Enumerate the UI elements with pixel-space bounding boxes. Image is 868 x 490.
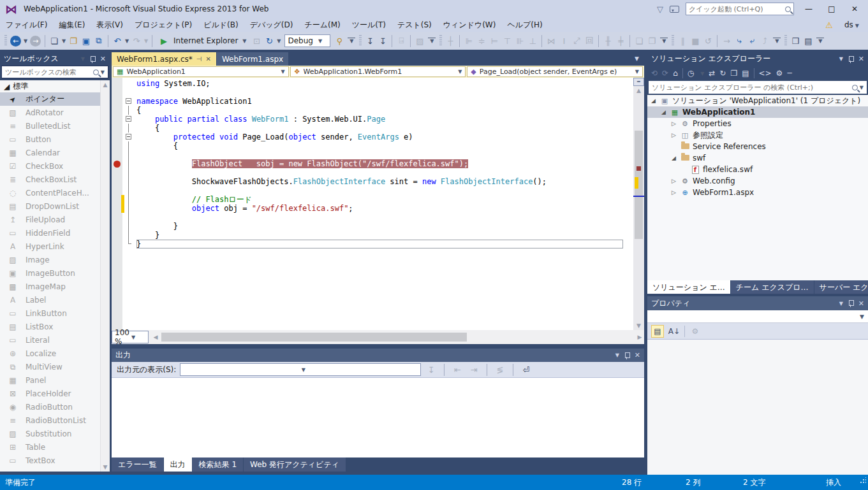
view-code-icon[interactable]: <> xyxy=(759,69,772,78)
pin-icon[interactable] xyxy=(90,55,95,63)
triangle-collapsed-icon[interactable]: ▷ xyxy=(670,189,677,196)
toolbox-item-button[interactable]: ▭Button xyxy=(0,133,100,146)
immediate-window-icon[interactable]: ▤ xyxy=(802,34,814,47)
triangle-collapsed-icon[interactable]: ▷ xyxy=(670,120,677,127)
menu-item-10[interactable]: ヘルプ(H) xyxy=(501,18,548,32)
code-line-2[interactable] xyxy=(136,88,633,97)
breakpoint-window-icon[interactable]: ❒ xyxy=(789,34,802,47)
bottom-tab-0[interactable]: エラー一覧 xyxy=(112,458,163,472)
window-position-icon[interactable]: ▼ xyxy=(839,56,843,62)
scroll-up-icon[interactable]: ▲ xyxy=(633,87,644,94)
quick-launch-input[interactable] xyxy=(689,5,785,13)
scrollbar-thumb[interactable] xyxy=(161,333,467,342)
toolbox-item-panel[interactable]: ▦Panel xyxy=(0,373,100,387)
triangle-expanded-icon[interactable]: ◢ xyxy=(670,155,677,161)
code-line-16[interactable] xyxy=(136,213,633,222)
toolbox-item-checkboxlist[interactable]: ≣CheckBoxList xyxy=(0,173,100,186)
nav-backward-icon[interactable]: ← xyxy=(10,36,21,47)
pin-icon[interactable] xyxy=(848,299,853,307)
close-button[interactable]: ✕ xyxy=(846,4,863,13)
code-line-14[interactable]: // Flashロード xyxy=(136,195,633,204)
toolbar-drag-handle[interactable] xyxy=(784,35,787,47)
pin-icon[interactable] xyxy=(624,352,629,359)
menu-item-9[interactable]: ウィンドウ(W) xyxy=(438,18,502,32)
toolbox-item-hiddenfield[interactable]: ▭HiddenField xyxy=(0,226,100,240)
toolbar-overflow-icon[interactable]: ▼ xyxy=(428,38,436,44)
scroll-right-icon[interactable]: ▶ xyxy=(635,334,644,340)
chevron-down-icon[interactable]: ▼ xyxy=(22,38,29,44)
toolbar-drag-handle[interactable] xyxy=(359,35,362,47)
toolbox-item-imagebutton[interactable]: ▣ImageButton xyxy=(0,266,100,280)
solution-explorer-search[interactable]: ▼ xyxy=(649,81,867,94)
goto-message-icon[interactable]: ↧ xyxy=(425,363,438,376)
word-wrap-icon[interactable]: ⏎ xyxy=(520,363,533,376)
tree-item-0[interactable]: ◢▣ソリューション 'WebApplication1' (1 プロジェクト) xyxy=(647,95,868,106)
code-line-7[interactable]: protected void Page_Load(object sender, … xyxy=(136,133,633,141)
outlining-margin[interactable] xyxy=(122,78,136,330)
tree-item-5[interactable]: ◢swf xyxy=(647,152,868,164)
user-menu[interactable]: ds▼ xyxy=(844,20,859,29)
solution-config-dropdown[interactable]: Debug▼ xyxy=(284,34,330,47)
editor-horizontal-scrollbar[interactable]: ◀ ▶ xyxy=(151,332,644,343)
toolbar-drag-handle[interactable] xyxy=(4,35,7,47)
triangle-collapsed-icon[interactable]: ▷ xyxy=(670,132,677,138)
pending-changes-icon[interactable]: ◷ xyxy=(688,69,694,78)
alphabetical-sort-icon[interactable]: A↓ xyxy=(668,325,680,338)
toolbox-item-listbox[interactable]: ▤ListBox xyxy=(0,320,100,333)
triangle-collapsed-icon[interactable]: ▷ xyxy=(670,178,677,184)
feedback-icon[interactable] xyxy=(670,6,679,13)
home-icon[interactable]: ⌂ xyxy=(673,69,678,78)
bottom-tab-2[interactable]: 検索結果 1 xyxy=(193,458,243,472)
type-dropdown[interactable]: ❖ WebApplication1.WebForm1 ▼ xyxy=(290,66,466,77)
show-all-files-icon[interactable]: ▤ xyxy=(742,69,749,78)
notifications-icon[interactable]: ▽ xyxy=(657,4,663,14)
triangle-expanded-icon[interactable]: ◢ xyxy=(660,109,667,115)
collapse-region-icon[interactable] xyxy=(126,134,131,140)
scroll-down-icon[interactable]: ▼ xyxy=(633,322,644,329)
collapse-all-icon[interactable]: ❐ xyxy=(730,69,737,78)
save-all-icon[interactable]: ⧉ xyxy=(92,34,105,47)
code-line-9[interactable] xyxy=(136,150,633,159)
property-pages-icon[interactable]: ⚙ xyxy=(689,325,702,338)
code-line-6[interactable]: { xyxy=(136,124,633,133)
pin-icon[interactable]: ⊣ xyxy=(196,55,202,62)
toolbox-scrollbar[interactable]: ▲ ▼ xyxy=(100,80,110,472)
code-line-12[interactable]: ShockwaveFlashObjects.FlashObjectInterfa… xyxy=(136,177,633,186)
code-line-19[interactable]: } xyxy=(136,240,623,249)
tree-item-8[interactable]: ▷⊕WebForm1.aspx xyxy=(647,187,868,198)
breakpoint-icon[interactable] xyxy=(114,161,121,168)
menu-item-2[interactable]: 表示(V) xyxy=(91,18,129,32)
publish-web-icon[interactable]: ↧ xyxy=(364,34,376,47)
document-tab-1[interactable]: WebForm1.aspx xyxy=(217,52,288,66)
solution-explorer-search-input[interactable] xyxy=(652,83,852,92)
menu-item-8[interactable]: テスト(S) xyxy=(392,18,438,32)
bottom-tab-1[interactable]: 出力 xyxy=(164,458,192,472)
output-content[interactable] xyxy=(112,378,644,454)
code-line-3[interactable]: namespace WebApplication1 xyxy=(136,97,633,106)
undo-icon[interactable]: ↶ xyxy=(111,34,124,47)
pin-icon[interactable] xyxy=(848,55,853,63)
tab-list-dropdown-icon[interactable]: ▼ xyxy=(635,52,644,66)
quick-launch[interactable] xyxy=(686,3,794,15)
toolbox-item-radiobuttonlist[interactable]: ≡RadioButtonList xyxy=(0,414,100,427)
scroll-left-icon[interactable]: ◀ xyxy=(151,334,160,340)
warning-icon[interactable]: ⚠ xyxy=(825,20,833,30)
chevron-down-icon[interactable]: ▼ xyxy=(61,38,67,44)
open-file-icon[interactable]: ❐ xyxy=(67,34,80,47)
toolbox-item-[interactable]: ➤ポインター xyxy=(0,92,100,106)
preview-selected-icon[interactable]: ─ xyxy=(787,69,791,78)
output-source-dropdown[interactable]: ▼ xyxy=(180,363,421,376)
properties-icon[interactable]: ⚙ xyxy=(776,69,783,78)
toolbox-item-fileupload[interactable]: ↥FileUpload xyxy=(0,213,100,226)
toolbox-item-adrotator[interactable]: ▧AdRotator xyxy=(0,106,100,119)
restart-icon[interactable]: ↻ xyxy=(263,34,276,47)
minimize-button[interactable]: — xyxy=(800,4,817,13)
publish-selection-icon[interactable]: ↧ xyxy=(376,34,389,47)
toolbox-item-checkbox[interactable]: ☑CheckBox xyxy=(0,159,100,173)
toolbar-overflow-icon[interactable]: ▼ xyxy=(773,38,781,44)
menu-item-3[interactable]: プロジェクト(P) xyxy=(129,18,198,32)
collapse-region-icon[interactable] xyxy=(126,116,131,122)
new-file-icon[interactable]: ❏ xyxy=(48,34,61,47)
bottom-tab-3[interactable]: Web 発行アクティビティ xyxy=(244,458,346,472)
toolbox-item-calendar[interactable]: ▦Calendar xyxy=(0,146,100,159)
